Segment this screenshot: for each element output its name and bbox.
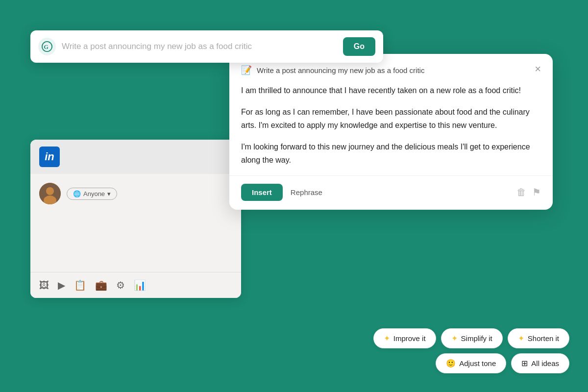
ai-prompt-text: Write a post announcing my new job as a … bbox=[257, 66, 424, 74]
adjust-tone-button[interactable]: 🙂 Adjust tone bbox=[436, 353, 506, 373]
briefcase-icon[interactable]: 💼 bbox=[95, 279, 107, 291]
ai-paragraph-1: I am thrilled to announce that I have re… bbox=[241, 84, 541, 97]
smiley-icon: 🙂 bbox=[446, 359, 456, 368]
ai-paragraph-2: For as long as I can remember, I have be… bbox=[241, 106, 541, 132]
action-right: 🗑 ⚑ bbox=[516, 186, 541, 198]
sparkle-icon: ✦ bbox=[451, 334, 458, 343]
linkedin-panel: in 🌐 Anyone ▾ 🖼 ▶ 📋 bbox=[30, 140, 241, 298]
suggestions-row-2: 🙂 Adjust tone ⊞ All ideas bbox=[436, 353, 569, 373]
grid-icon: ⊞ bbox=[521, 359, 528, 368]
adjust-tone-label: Adjust tone bbox=[459, 359, 496, 368]
chevron-down-icon: ▾ bbox=[107, 190, 111, 197]
improve-label: Improve it bbox=[393, 334, 426, 343]
avatar-image bbox=[39, 183, 61, 204]
prompt-row: 📝 Write a post announcing my new job as … bbox=[241, 65, 424, 75]
svg-point-3 bbox=[46, 187, 54, 195]
all-ideas-label: All ideas bbox=[531, 359, 559, 368]
shorten-button[interactable]: ✦ Shorten it bbox=[508, 328, 569, 348]
shorten-label: Shorten it bbox=[528, 334, 559, 343]
user-row: 🌐 Anyone ▾ bbox=[39, 183, 232, 204]
simplify-label: Simplify it bbox=[461, 334, 492, 343]
rephrase-button[interactable]: Rephrase bbox=[289, 184, 324, 201]
document-icon[interactable]: 📋 bbox=[74, 279, 86, 291]
linkedin-logo: in bbox=[39, 147, 60, 167]
ai-panel-actions: Insert Rephrase 🗑 ⚑ bbox=[229, 175, 553, 210]
avatar bbox=[39, 183, 61, 204]
linkedin-body: 🌐 Anyone ▾ bbox=[30, 174, 241, 272]
search-bar: G Write a post announcing my new job as … bbox=[30, 30, 383, 63]
pencil-icon: 📝 bbox=[241, 65, 252, 75]
image-icon[interactable]: 🖼 bbox=[39, 280, 49, 291]
sparkle-icon: ✦ bbox=[384, 334, 390, 343]
suggestions-row-1: ✦ Improve it ✦ Simplify it ✦ Shorten it bbox=[373, 328, 569, 348]
svg-text:G: G bbox=[44, 44, 49, 50]
ai-panel-content: I am thrilled to announce that I have re… bbox=[229, 75, 553, 167]
ai-generated-text: I am thrilled to announce that I have re… bbox=[241, 84, 541, 167]
sparkle-icon: ✦ bbox=[518, 334, 524, 343]
gear-icon[interactable]: ⚙ bbox=[116, 279, 125, 291]
improve-button[interactable]: ✦ Improve it bbox=[373, 328, 436, 348]
insert-button[interactable]: Insert bbox=[241, 184, 283, 201]
go-button[interactable]: Go bbox=[343, 37, 375, 56]
simplify-button[interactable]: ✦ Simplify it bbox=[441, 328, 503, 348]
close-button[interactable]: × bbox=[535, 64, 541, 74]
delete-button[interactable]: 🗑 bbox=[516, 187, 526, 198]
globe-icon: 🌐 bbox=[73, 190, 81, 197]
ai-panel: 📝 Write a post announcing my new job as … bbox=[229, 54, 553, 210]
anyone-label: Anyone bbox=[83, 190, 105, 197]
action-left: Insert Rephrase bbox=[241, 184, 324, 201]
ai-paragraph-3: I'm looking forward to this new journey … bbox=[241, 141, 541, 167]
flag-button[interactable]: ⚑ bbox=[532, 186, 541, 198]
video-icon[interactable]: ▶ bbox=[58, 279, 65, 291]
suggestions-container: ✦ Improve it ✦ Simplify it ✦ Shorten it … bbox=[373, 328, 569, 373]
grammarly-logo-icon: G bbox=[38, 38, 56, 55]
audience-selector[interactable]: 🌐 Anyone ▾ bbox=[67, 188, 117, 200]
search-input[interactable]: Write a post announcing my new job as a … bbox=[62, 41, 337, 52]
linkedin-toolbar: 🖼 ▶ 📋 💼 ⚙ 📊 bbox=[30, 272, 241, 298]
chart-icon[interactable]: 📊 bbox=[134, 279, 146, 291]
all-ideas-button[interactable]: ⊞ All ideas bbox=[511, 353, 569, 373]
linkedin-header: in bbox=[30, 140, 241, 174]
